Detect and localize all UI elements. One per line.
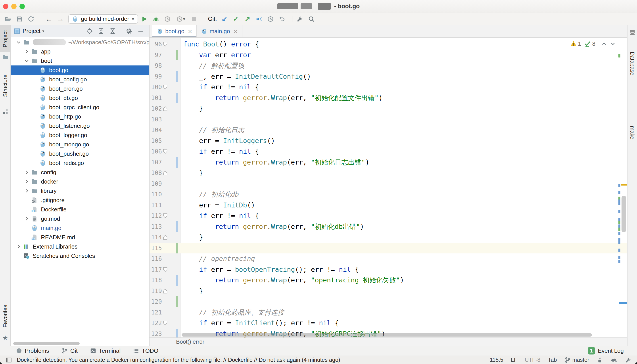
git-branch-widget[interactable]: master [564,357,589,363]
breadcrumb-item[interactable]: Boot() error [176,338,204,345]
fold-region-end-icon[interactable] [162,234,168,240]
cloud-sync-icon[interactable] [610,357,618,363]
code-editor[interactable]: 96func Boot() error {97var err error98//… [150,38,627,338]
status-message[interactable]: Dockerfile detection: You can create a D… [17,357,340,363]
tree-item-.gitignore[interactable]: .gitignore [10,196,149,205]
code-line-113[interactable]: 113return gerror.Wrap(err, "初始化db出错") [150,221,627,232]
fold-region-start-icon[interactable] [162,213,168,219]
vertical-scrollbar[interactable] [622,196,626,232]
code-line-120[interactable]: 120 [150,296,627,307]
tree-item-boot_pusher.go[interactable]: boot_pusher.go [10,149,149,158]
line-number[interactable]: 120 [151,296,162,307]
fold-region-end-icon[interactable] [162,288,168,294]
code-line-97[interactable]: 97var err error [150,50,627,60]
save-all-button[interactable] [15,14,24,24]
tree-item-External Libraries[interactable]: External Libraries [10,242,149,251]
inspection-widget[interactable]: 1 8 [570,40,616,47]
line-number[interactable]: 103 [151,114,162,125]
tab-boot-go[interactable]: boot.go × [152,25,197,37]
toolwindow-button-todo[interactable]: TODO [133,348,158,354]
git-update-button[interactable]: ↙ [220,14,229,24]
chevron-down-icon[interactable] [14,40,23,45]
line-number[interactable]: 122 [151,318,162,328]
code-line-119[interactable]: 119} [150,286,627,296]
toolwindow-button-database[interactable]: Database [628,29,637,91]
line-number[interactable]: 117 [151,264,162,275]
line-number[interactable]: 121 [151,307,162,318]
event-log-button[interactable]: 1 Event Log [588,347,624,354]
coverage-button[interactable] [163,14,172,24]
code-line-103[interactable]: 103 [150,114,627,125]
horizontal-scrollbar[interactable] [182,333,592,336]
toolwindow-button-structure[interactable]: Structure [0,64,10,114]
line-number[interactable]: 110 [151,189,162,200]
caret-position[interactable]: 115:5 [490,357,504,363]
line-number[interactable]: 109 [151,178,162,189]
tree-item-README.md[interactable]: MDREADME.md [10,233,149,242]
next-highlight-button[interactable] [610,41,616,47]
lock-icon[interactable] [597,357,603,363]
tree-item-go.mod[interactable]: go.mod [10,214,149,223]
tree-item-Scratches and Consoles[interactable]: Scratches and Consoles [10,251,149,260]
line-number[interactable]: 100 [151,82,162,93]
code-line-96[interactable]: 96func Boot() error { [150,39,627,50]
line-number[interactable]: 112 [151,210,162,221]
line-number[interactable]: 108 [151,168,162,178]
chevron-right-icon[interactable] [22,170,31,175]
chevron-right-icon[interactable] [22,179,31,184]
maximize-window-button[interactable] [20,4,25,9]
line-number[interactable]: 113 [151,221,162,232]
close-window-button[interactable] [3,4,8,9]
code-line-102[interactable]: 102} [150,103,627,114]
forward-button[interactable]: → [56,14,65,24]
tree-item-boot_logger.go[interactable]: boot_logger.go [10,130,149,140]
back-button[interactable]: ← [44,14,53,24]
collapse-all-button[interactable] [109,28,116,34]
line-number[interactable]: 115 [151,243,162,254]
code-line-118[interactable]: 118return gerror.Wrap(err, "opentracing … [150,275,627,286]
code-line-109[interactable]: 109 [150,178,627,189]
minimize-window-button[interactable] [11,4,16,9]
toolwindow-button-make[interactable]: make [628,120,637,145]
profiler-button[interactable]: ▾ [174,14,187,24]
fold-region-end-icon[interactable] [162,170,168,176]
chevron-right-icon[interactable] [22,188,31,194]
code-line-112[interactable]: 112if err != nil { [150,210,627,221]
code-line-107[interactable]: 107return gerror.Wrap(err, "初始化日志出错") [150,157,627,168]
file-encoding[interactable]: UTF-8 [525,357,540,363]
line-number[interactable]: 98 [154,60,162,71]
tree-item-boot_config.go[interactable]: boot_config.go [10,75,149,84]
code-line-105[interactable]: 105err = InitLoggers() [150,136,627,146]
chevron-down-icon[interactable] [22,58,31,64]
git-commit-button[interactable]: ✓ [232,14,240,24]
fold-region-start-icon[interactable] [162,84,168,90]
breadcrumb[interactable]: Boot() error [150,338,627,346]
line-number[interactable]: 101 [151,93,162,104]
line-number[interactable]: 116 [151,254,162,264]
git-push-button[interactable]: ↗ [243,14,252,24]
fold-region-start-icon[interactable] [162,320,168,326]
fold-region-end-icon[interactable] [162,106,168,112]
run-button[interactable] [140,14,149,24]
settings-button[interactable] [296,14,304,24]
tree-item-boot_grpc_client.go[interactable]: boot_grpc_client.go [10,102,149,112]
line-number[interactable]: 114 [151,232,162,243]
gear-icon[interactable] [126,28,132,34]
run-configuration-select[interactable]: go build med-order ▾ [68,14,138,24]
line-number[interactable]: 123 [151,328,162,338]
tree-item-boot_http.go[interactable]: boot_http.go [10,112,149,121]
tab-main-go[interactable]: main.go × [197,25,242,37]
fold-region-start-icon[interactable] [162,267,168,272]
line-number[interactable]: 102 [151,103,162,114]
tree-item-project-root[interactable]: ~/Workspace/Go/GOPATH/src/g [10,38,149,47]
code-line-104[interactable]: 104// 初始化日志 [150,125,627,136]
previous-highlight-button[interactable] [601,41,607,47]
line-number[interactable]: 105 [151,136,162,146]
toolwindow-button-favorites[interactable]: Favorites ★ [0,298,10,341]
line-number[interactable]: 119 [151,286,162,296]
search-everywhere-button[interactable] [307,14,316,24]
toolwindow-button-git[interactable]: Git [62,348,78,354]
code-line-108[interactable]: 108} [150,168,627,178]
chevron-right-icon[interactable] [14,244,23,249]
indent-type[interactable]: Tab [548,357,557,363]
